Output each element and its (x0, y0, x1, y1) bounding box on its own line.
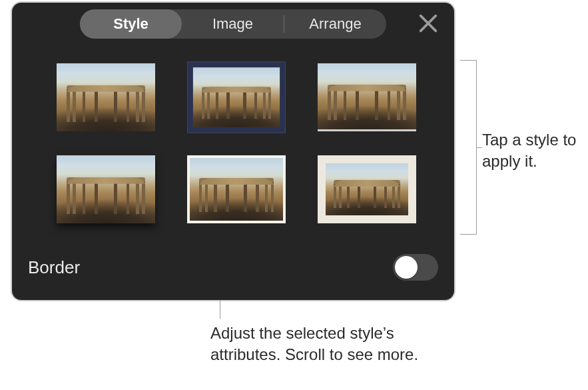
callout-tap-style: Tap a style to apply it. (482, 129, 582, 173)
tab-arrange[interactable]: Arrange (284, 9, 386, 39)
style-option-white-edge[interactable] (180, 149, 293, 229)
format-panel: Style Image Arrange (12, 3, 454, 300)
tab-style-label: Style (113, 15, 148, 32)
border-label: Border (28, 257, 80, 278)
tab-bar: Style Image Arrange (80, 9, 386, 39)
callout-bracket (461, 60, 477, 235)
toggle-knob-icon (395, 256, 418, 279)
border-toggle[interactable] (393, 254, 438, 281)
style-thumbnails-grid (49, 57, 429, 229)
callout-leader-bottom (220, 300, 220, 319)
image-style-shadow-icon (57, 155, 155, 223)
image-style-plain-icon (57, 63, 155, 131)
close-button[interactable] (417, 12, 440, 35)
tab-arrange-label: Arrange (309, 15, 361, 32)
style-option-plain[interactable] (49, 57, 162, 137)
close-icon (417, 12, 440, 35)
style-option-matte[interactable] (310, 149, 424, 229)
tab-image-label: Image (212, 15, 253, 32)
border-row: Border (28, 251, 438, 284)
style-option-shadow[interactable] (49, 149, 162, 229)
callout-adjust-attributes: Adjust the selected style’s attributes. … (210, 323, 437, 366)
tab-style[interactable]: Style (80, 9, 182, 39)
style-option-dark-frame[interactable] (180, 57, 293, 137)
image-style-white-edge-icon (187, 155, 286, 223)
image-style-dark-frame-icon (193, 67, 280, 127)
tab-image[interactable]: Image (182, 9, 284, 39)
callout-bracket-tick (477, 147, 482, 148)
style-option-underline[interactable] (310, 57, 424, 137)
image-style-underline-icon (318, 63, 416, 131)
image-style-matte-icon (318, 155, 416, 223)
